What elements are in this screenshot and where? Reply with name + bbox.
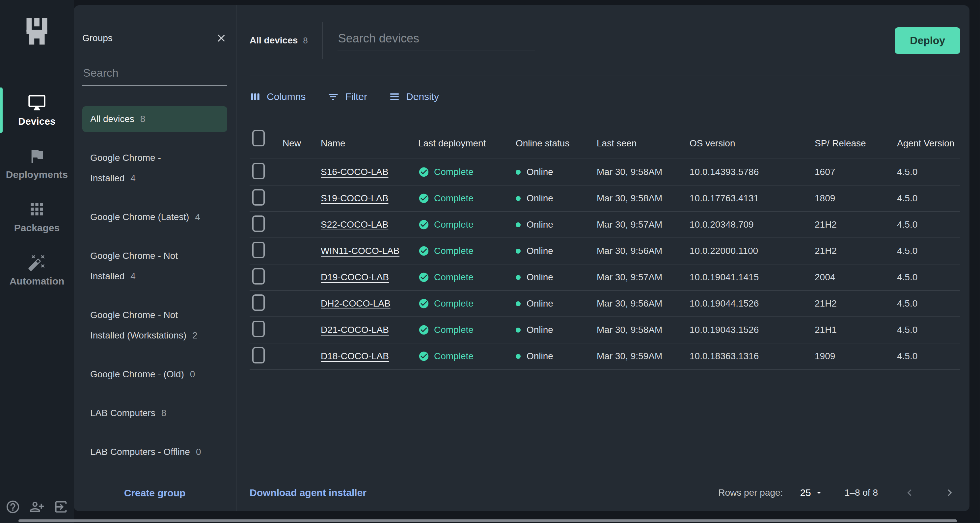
cell-agent-version: 4.5.0 bbox=[897, 351, 960, 361]
column-header-sp-release[interactable]: SP/ Release bbox=[815, 138, 897, 149]
topbar-divider bbox=[322, 22, 323, 59]
check-circle-icon bbox=[418, 324, 430, 336]
rows-per-page-select[interactable]: 25 bbox=[800, 487, 823, 498]
group-list-item[interactable]: LAB Computers8 bbox=[82, 400, 227, 426]
online-dot-icon bbox=[516, 170, 520, 175]
cell-sp-release: 21H1 bbox=[815, 325, 897, 335]
online-dot-icon bbox=[516, 275, 520, 280]
group-item-count: 8 bbox=[140, 114, 146, 124]
device-name-link[interactable]: D19-COCO-LAB bbox=[321, 272, 389, 282]
group-list-item[interactable]: Google Chrome (Latest)4 bbox=[82, 204, 227, 230]
device-name-link[interactable]: D21-COCO-LAB bbox=[321, 325, 389, 335]
cell-online-status: Online bbox=[516, 298, 597, 309]
horizontal-scrollbar[interactable] bbox=[18, 519, 957, 522]
row-checkbox[interactable] bbox=[252, 321, 265, 337]
online-dot-icon bbox=[516, 196, 520, 201]
deploy-button[interactable]: Deploy bbox=[895, 27, 960, 54]
sign-out-icon[interactable] bbox=[53, 499, 68, 514]
select-all-checkbox[interactable] bbox=[252, 130, 265, 146]
cell-last-deployment: Complete bbox=[418, 193, 516, 204]
close-icon[interactable] bbox=[215, 32, 227, 44]
density-button[interactable]: Density bbox=[389, 91, 439, 102]
table-footer: Download agent installer Rows per page: … bbox=[250, 474, 960, 511]
check-circle-icon bbox=[418, 298, 430, 309]
row-checkbox[interactable] bbox=[252, 268, 265, 285]
deployment-status-label: Complete bbox=[434, 246, 474, 256]
row-checkbox[interactable] bbox=[252, 216, 265, 232]
column-header-os-version[interactable]: OS version bbox=[690, 138, 815, 149]
group-item-count: 4 bbox=[195, 212, 200, 222]
invite-user-icon[interactable] bbox=[29, 499, 45, 514]
device-name-link[interactable]: S19-COCO-LAB bbox=[321, 193, 388, 203]
columns-button[interactable]: Columns bbox=[250, 91, 305, 102]
row-checkbox[interactable] bbox=[252, 189, 265, 206]
device-name-link[interactable]: S22-COCO-LAB bbox=[321, 219, 388, 230]
device-name-link[interactable]: WIN11-COCO-LAB bbox=[321, 246, 399, 256]
row-checkbox[interactable] bbox=[252, 242, 265, 258]
column-header-last-deployment[interactable]: Last deployment bbox=[418, 138, 516, 149]
cell-last-deployment: Complete bbox=[418, 166, 516, 178]
table-toolbar: Columns Filter Density bbox=[250, 89, 960, 105]
group-item-name: Google Chrome - (Old) bbox=[90, 369, 184, 379]
groups-search-input[interactable] bbox=[82, 64, 227, 86]
row-checkbox[interactable] bbox=[252, 347, 265, 363]
online-status-label: Online bbox=[527, 351, 553, 361]
row-checkbox[interactable] bbox=[252, 295, 265, 311]
create-group-button[interactable]: Create group bbox=[82, 488, 227, 499]
cell-last-deployment: Complete bbox=[418, 219, 516, 230]
cell-sp-release: 21H2 bbox=[815, 219, 897, 230]
sidebar-item-deployments[interactable]: Deployments bbox=[0, 141, 74, 186]
sidebar-item-label: Packages bbox=[14, 222, 60, 233]
automation-wand-icon bbox=[28, 253, 46, 272]
group-item-count: 4 bbox=[130, 173, 136, 183]
online-dot-icon bbox=[516, 301, 520, 306]
deployment-status-label: Complete bbox=[434, 193, 474, 204]
device-name-link[interactable]: DH2-COCO-LAB bbox=[321, 298, 391, 309]
sidebar-footer bbox=[0, 499, 74, 514]
device-search bbox=[337, 30, 535, 51]
previous-page-button[interactable] bbox=[903, 486, 916, 499]
cell-online-status: Online bbox=[516, 351, 597, 361]
sidebar-item-automation[interactable]: Automation bbox=[0, 247, 74, 293]
help-icon[interactable] bbox=[5, 499, 21, 514]
download-agent-installer-link[interactable]: Download agent installer bbox=[250, 487, 366, 498]
check-circle-icon bbox=[418, 351, 430, 362]
cell-os-version: 10.0.18363.1316 bbox=[690, 351, 815, 361]
online-dot-icon bbox=[516, 328, 520, 333]
group-list-item[interactable]: Google Chrome - Installed4 bbox=[82, 145, 227, 191]
cell-agent-version: 4.5.0 bbox=[897, 246, 960, 256]
group-list-item[interactable]: LAB Computers - Offline0 bbox=[82, 439, 227, 465]
cell-agent-version: 4.5.0 bbox=[897, 325, 960, 335]
group-list-item[interactable]: Google Chrome - (Old)0 bbox=[82, 361, 227, 387]
sidebar-item-packages[interactable]: Packages bbox=[0, 194, 74, 239]
groups-panel-title: Groups bbox=[82, 33, 113, 43]
online-dot-icon bbox=[516, 354, 520, 359]
device-search-input[interactable] bbox=[337, 30, 535, 51]
column-header-name[interactable]: Name bbox=[321, 138, 418, 149]
row-checkbox[interactable] bbox=[252, 163, 265, 179]
column-header-online-status[interactable]: Online status bbox=[516, 138, 597, 149]
selected-group-chip: All devices 8 bbox=[250, 35, 308, 46]
group-list-item[interactable]: Google Chrome - Not Installed (Workstati… bbox=[82, 302, 227, 348]
column-header-agent-version[interactable]: Agent Version bbox=[897, 138, 960, 149]
table-row: DH2-COCO-LAB Complete Online Mar 30, 9:5… bbox=[250, 291, 960, 317]
column-header-last-seen[interactable]: Last seen bbox=[597, 138, 690, 149]
group-list-item[interactable]: All devices8 bbox=[82, 106, 227, 132]
filter-button[interactable]: Filter bbox=[327, 91, 367, 103]
sidebar-item-devices[interactable]: Devices bbox=[0, 87, 74, 133]
page-range-label: 1–8 of 8 bbox=[845, 488, 878, 498]
next-page-button[interactable] bbox=[943, 486, 956, 499]
app-root: { "brand": { "logo": "pdq-logo" }, "side… bbox=[0, 0, 980, 523]
main-card: Groups All devices8 Google Chrome - Inst… bbox=[74, 5, 969, 511]
pdq-logo[interactable] bbox=[26, 18, 48, 45]
rows-per-page-value: 25 bbox=[800, 487, 811, 498]
right-edge-divider bbox=[979, 0, 979, 523]
device-name-link[interactable]: D18-COCO-LAB bbox=[321, 351, 389, 361]
density-label: Density bbox=[406, 91, 439, 102]
column-header-new[interactable]: New bbox=[283, 138, 321, 149]
device-name-link[interactable]: S16-COCO-LAB bbox=[321, 167, 388, 177]
groups-search bbox=[82, 64, 227, 86]
group-list-item[interactable]: Google Chrome - Not Installed4 bbox=[82, 243, 227, 289]
group-item-name: Google Chrome - Not Installed (Workstati… bbox=[90, 310, 186, 341]
cell-online-status: Online bbox=[516, 272, 597, 282]
